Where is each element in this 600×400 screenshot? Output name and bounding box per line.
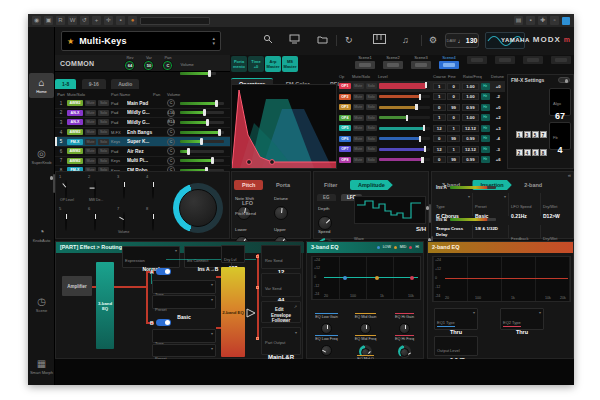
- mute-button[interactable]: Mute: [85, 148, 96, 154]
- solo-button[interactable]: Solo: [98, 139, 109, 145]
- assign-knob-5[interactable]: 5: [58, 206, 87, 238]
- operator-row-6[interactable]: OP6 MuteSolo 099 0.99Hz -4: [339, 134, 505, 145]
- sidebar-item-superknob[interactable]: ◎ SuperKnob: [29, 148, 54, 165]
- assign-knob-4[interactable]: 4: [145, 174, 174, 206]
- assign-knob-1[interactable]: 1OP Level: [58, 174, 87, 206]
- assign-knob-6[interactable]: 6: [87, 206, 116, 238]
- operator-row-8[interactable]: OP8 MuteSolo 099 0.99Hz +6: [339, 155, 505, 166]
- arp-master-button[interactable]: ArpMaster: [265, 56, 281, 72]
- refresh-icon[interactable]: ↻: [345, 34, 353, 46]
- bypass-icon[interactable]: ▣: [44, 16, 53, 25]
- mute-button[interactable]: Mute: [85, 110, 96, 116]
- operator-row-5[interactable]: OP5 MuteSolo 121 12.12Hz +3: [339, 123, 505, 134]
- ins-b-drywet-field[interactable]: Dry/Wet D20>W: [540, 225, 572, 239]
- mute-button[interactable]: Mute: [353, 115, 364, 121]
- operator-row-3[interactable]: OP3 MuteSolo 099 0.99Hz +0: [339, 102, 505, 113]
- operator-row-1[interactable]: OP1 MuteSolo 10 1.00Hz +0: [339, 81, 505, 92]
- tab-parts-9-16[interactable]: 9-16: [82, 79, 106, 89]
- eq3-block[interactable]: 3-band EQ: [96, 262, 114, 349]
- sidebar-item-smart-morph[interactable]: ▦ Smart Morph: [29, 358, 54, 375]
- eq-low-freq-knob[interactable]: EQ Low Freq: [309, 326, 344, 356]
- var-send-field[interactable]: Var Send 44: [261, 273, 301, 297]
- part-volume-slider[interactable]: [180, 150, 224, 153]
- portamento-time-button[interactable]: Time+0: [248, 56, 264, 72]
- solo-button[interactable]: Solo: [366, 83, 377, 89]
- scene-3-button[interactable]: Scene3: [408, 55, 434, 69]
- rev-send-field[interactable]: Rev Send 12: [261, 245, 301, 269]
- mute-button[interactable]: Mute: [353, 136, 364, 142]
- solo-button[interactable]: Solo: [366, 115, 377, 121]
- eq1-type-field[interactable]: EQ1 Type▾ Thru: [434, 308, 478, 330]
- eq2-type-field[interactable]: EQ2 Type▾ Thru: [500, 308, 544, 330]
- ins-b-feedback-field[interactable]: Feedback +35: [508, 225, 540, 239]
- assign-knob-2[interactable]: 2MW De...: [87, 174, 116, 206]
- mute-button[interactable]: Mute: [85, 119, 96, 125]
- eq-hi-freq-knob[interactable]: EQ Hi Freq: [387, 326, 422, 358]
- mute-button[interactable]: Mute: [85, 139, 96, 145]
- folder-icon[interactable]: [317, 34, 328, 44]
- sidebar-item-knobauto[interactable]: ◔ KnobAuto: [29, 226, 54, 243]
- record-icon[interactable]: ●: [128, 16, 137, 25]
- super-knob[interactable]: [173, 183, 223, 233]
- op-level-slider[interactable]: [379, 116, 430, 119]
- mute-button[interactable]: Mute: [353, 157, 364, 163]
- tab-2band[interactable]: 2-band: [516, 180, 550, 190]
- algorithm-field[interactable]: Algo 67: [549, 88, 571, 116]
- part-volume-slider[interactable]: [180, 159, 224, 162]
- compare-icon[interactable]: ✛: [104, 16, 113, 25]
- collapse-icon[interactable]: «: [568, 173, 571, 178]
- scene-8-button[interactable]: [548, 55, 574, 64]
- ins-a-preset-field[interactable]: Preset▾ Basic: [472, 193, 508, 216]
- edit-envelope-follower-button[interactable]: ↗ Edit EnvelopeFollower: [261, 301, 301, 323]
- part-row-7[interactable]: 7AWM2 MuteSolo KeysMulti Pi... C: [55, 157, 230, 167]
- accent-square-icon[interactable]: [562, 17, 570, 25]
- scene-4-button[interactable]: Scene4: [436, 55, 462, 69]
- part-row-3[interactable]: 3AN-X MuteSolo PadMildly G... R14: [55, 118, 230, 128]
- ins-a-toggle[interactable]: [429, 204, 431, 223]
- eq3-low-handle[interactable]: [343, 276, 347, 280]
- solo-button[interactable]: Solo: [366, 146, 377, 152]
- scene-5-button[interactable]: [464, 55, 490, 64]
- part-output-field[interactable]: Part Output▾ MainL&R: [261, 327, 301, 355]
- tab-parts-1-8[interactable]: 1-8: [55, 79, 76, 89]
- operator-row-7[interactable]: OP7 MuteSolo 121 12.12Hz -3: [339, 144, 505, 155]
- expression-field[interactable]: Expression▾ Normal: [122, 246, 180, 268]
- solo-button[interactable]: Solo: [98, 100, 109, 106]
- routing-a-preset[interactable]: Preset▾ Basic: [152, 295, 216, 309]
- solo-button[interactable]: Solo: [366, 104, 377, 110]
- dry-level-field[interactable]: Dry Lvl 127: [221, 245, 245, 263]
- variation-send-knob[interactable]: Var 50: [141, 55, 156, 71]
- routing-a-type[interactable]: Type▾ G Chorus: [152, 280, 216, 294]
- preset-stepper[interactable]: ▴▾: [212, 36, 215, 46]
- op-level-slider[interactable]: [379, 95, 430, 98]
- part-volume-slider[interactable]: [180, 111, 224, 114]
- mute-button[interactable]: Mute: [353, 94, 364, 100]
- solo-button[interactable]: Solo: [366, 157, 377, 163]
- plus-icon[interactable]: ✚: [538, 16, 547, 25]
- mute-button[interactable]: Mute: [85, 129, 96, 135]
- part-volume-slider[interactable]: [180, 121, 224, 124]
- dot-icon[interactable]: ▪: [116, 16, 125, 25]
- mute-button[interactable]: Mute: [353, 104, 364, 110]
- solo-button[interactable]: Solo: [98, 148, 109, 154]
- output-level-field[interactable]: Output Level +0.0dB: [434, 336, 478, 356]
- ins-a-switch[interactable]: [156, 268, 171, 275]
- reverb-send-knob[interactable]: Rev 64: [122, 55, 137, 71]
- routing-b-preset[interactable]: Preset▾ 1/8 & 1/32D: [152, 344, 216, 357]
- portamento-button[interactable]: Portamento: [231, 56, 247, 72]
- op-level-slider[interactable]: [379, 158, 430, 161]
- solo-button[interactable]: Solo: [98, 129, 109, 135]
- op-level-slider[interactable]: [379, 83, 430, 89]
- arpeggio-notes-icon[interactable]: ♫: [402, 34, 409, 46]
- scene-1-button[interactable]: Scene1: [352, 55, 378, 69]
- ins-a-drywet-field[interactable]: Dry/Wet D12>W: [540, 193, 572, 216]
- routing-b-type[interactable]: Type▾ Tempo Cross Delay: [152, 329, 216, 343]
- preset-name-field[interactable]: [140, 17, 210, 25]
- superknob-toggle[interactable]: [53, 174, 55, 193]
- ins-a-type-field[interactable]: Type▾ G Chorus: [434, 193, 472, 216]
- keyboard-icon[interactable]: [373, 34, 386, 44]
- op-level-slider[interactable]: [379, 106, 430, 109]
- mute-button[interactable]: Mute: [353, 125, 364, 131]
- monitor-icon[interactable]: [289, 34, 300, 44]
- mute-button[interactable]: Mute: [85, 100, 96, 106]
